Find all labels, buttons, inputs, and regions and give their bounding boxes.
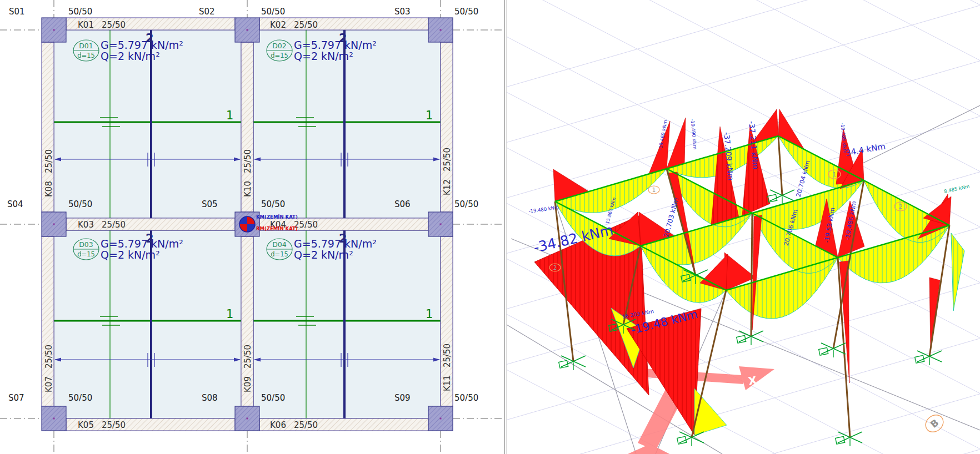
svg-text:1: 1 bbox=[226, 307, 233, 321]
structural-app-window: S01 50/50 S02 50/50 S03 50/50 S04 50/50 … bbox=[0, 0, 980, 454]
rigidity-center-label: RM(ZEMİN KAT) bbox=[256, 226, 298, 231]
svg-text:K1125/50: K1125/50 bbox=[442, 344, 452, 391]
column-name: S05 bbox=[202, 199, 218, 209]
column-name: S01 bbox=[9, 7, 25, 17]
live-load-label: Q=2 kN/m² bbox=[101, 50, 160, 62]
column-name: S07 bbox=[8, 393, 24, 403]
svg-text:K0125/50: K0125/50 bbox=[78, 20, 126, 30]
column-name: S03 bbox=[394, 7, 411, 17]
svg-text:2: 2 bbox=[339, 232, 347, 245]
svg-text:d=15: d=15 bbox=[271, 250, 288, 258]
column-name: S08 bbox=[202, 393, 218, 403]
svg-text:K0325/50: K0325/50 bbox=[78, 220, 126, 230]
dead-load-label: G=5.797 kN/m² bbox=[101, 238, 183, 250]
column-size: 50/50 bbox=[68, 393, 92, 403]
dead-load-label: G=5.797 kN/m² bbox=[294, 238, 377, 250]
column-size: 50/50 bbox=[68, 7, 92, 17]
column-size: 50/50 bbox=[261, 7, 285, 17]
view-3d[interactable]: X bbox=[500, 0, 980, 454]
svg-text:1: 1 bbox=[426, 307, 433, 321]
column-size: 50/50 bbox=[454, 7, 478, 17]
svg-text:D01: D01 bbox=[79, 42, 93, 50]
svg-text:K0625/50: K0625/50 bbox=[270, 420, 318, 430]
svg-text:2: 2 bbox=[339, 32, 347, 45]
live-load-label: Q=2 kN/m² bbox=[294, 50, 353, 62]
column-size: 50/50 bbox=[68, 199, 92, 209]
dead-load-label: G=5.797 kN/m² bbox=[101, 39, 183, 51]
svg-text:2: 2 bbox=[146, 32, 154, 45]
main-canvas: S01 50/50 S02 50/50 S03 50/50 S04 50/50 … bbox=[0, 0, 980, 454]
svg-text:d=15: d=15 bbox=[77, 52, 95, 59]
svg-text:K1025/50: K1025/50 bbox=[243, 149, 253, 197]
svg-text:K1225/50: K1225/50 bbox=[442, 148, 452, 195]
svg-text:1: 1 bbox=[652, 187, 656, 193]
plan-view: S01 50/50 S02 50/50 S03 50/50 S04 50/50 … bbox=[0, 0, 504, 454]
svg-text:1: 1 bbox=[226, 109, 233, 122]
column-size: 50/50 bbox=[261, 199, 285, 209]
column-size: 50/50 bbox=[261, 393, 285, 403]
svg-text:K0825/50: K0825/50 bbox=[44, 149, 54, 197]
svg-text:D02: D02 bbox=[272, 42, 287, 50]
live-load-label: Q=2 kN/m² bbox=[101, 249, 160, 261]
column-size: 50/50 bbox=[454, 393, 478, 403]
svg-text:K0225/50: K0225/50 bbox=[270, 20, 318, 30]
axis-bubble-2: 2 bbox=[899, 203, 903, 210]
svg-text:D03: D03 bbox=[79, 240, 93, 249]
column-name: S02 bbox=[199, 7, 215, 17]
column-size: 50/50 bbox=[454, 199, 478, 209]
axis-bubble-1: 1 bbox=[833, 171, 837, 178]
column-name: S04 bbox=[7, 199, 23, 209]
svg-text:K0725/50: K0725/50 bbox=[44, 345, 54, 392]
svg-text:d=15: d=15 bbox=[77, 250, 95, 258]
svg-text:d=15: d=15 bbox=[271, 52, 288, 59]
svg-text:K0925/50: K0925/50 bbox=[243, 345, 253, 392]
column-name: S06 bbox=[394, 199, 411, 209]
panel-splitter[interactable] bbox=[504, 0, 507, 454]
svg-text:2: 2 bbox=[146, 232, 154, 245]
column-name: S09 bbox=[394, 393, 411, 403]
svg-text:1: 1 bbox=[426, 109, 433, 122]
svg-text:K0525/50: K0525/50 bbox=[78, 420, 126, 430]
svg-text:D04: D04 bbox=[272, 240, 287, 249]
live-load-label: Q=2 kN/m² bbox=[294, 249, 353, 261]
dead-load-label: G=5.797 kN/m² bbox=[294, 39, 377, 51]
svg-text:2: 2 bbox=[553, 265, 557, 271]
mass-center-label: KM(ZEMİN KAT) bbox=[256, 214, 298, 220]
